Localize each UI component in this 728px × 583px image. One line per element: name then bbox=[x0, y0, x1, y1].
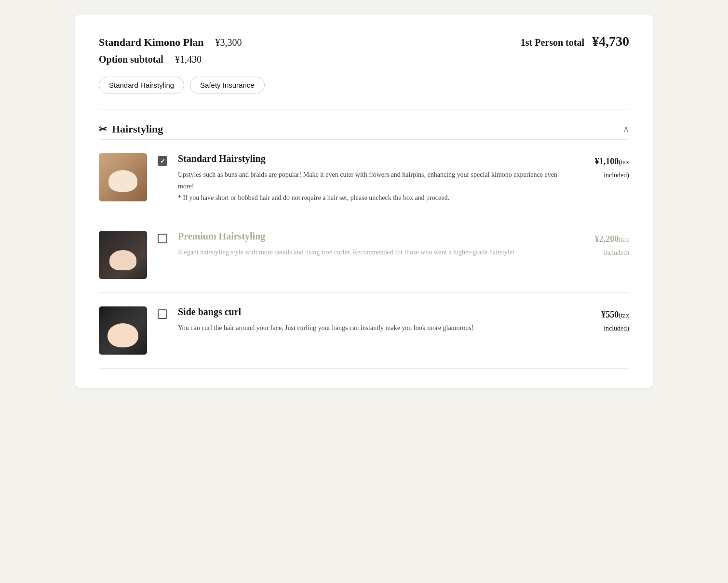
chevron-up-icon[interactable]: ∧ bbox=[623, 124, 629, 134]
item-desc-sidebangs: You can curl the hair around your face. … bbox=[178, 322, 562, 334]
item-side-bangs-curl: Side bangs curl You can curl the hair ar… bbox=[99, 293, 629, 368]
item-standard-hairstyling: Standard Hairstyling Upstyles such as bu… bbox=[99, 140, 629, 217]
item-desc-standard: Upstyles such as buns and braids are pop… bbox=[178, 169, 562, 203]
checkbox-area-sidebangs bbox=[157, 306, 168, 319]
content-standard-hairstyling: Standard Hairstyling Upstyles such as bu… bbox=[178, 153, 562, 203]
item-name-premium: Premium Hairstyling bbox=[178, 231, 562, 242]
plan-name: Standard Kimono Plan bbox=[99, 36, 204, 49]
price-tax-standard: (taxincluded) bbox=[604, 159, 629, 179]
content-premium-hairstyling: Premium Hairstyling Elegant hairstyling … bbox=[178, 231, 562, 258]
plan-info: Standard Kimono Plan ¥3,300 bbox=[99, 36, 242, 49]
option-tags: Standard Hairstyling Safety Insurance bbox=[99, 77, 629, 93]
subtotal-row: Option subtotal ¥1,430 bbox=[99, 54, 629, 65]
total-price: ¥4,730 bbox=[592, 34, 629, 49]
hair-sidebangs-visual bbox=[99, 306, 147, 355]
total-label: 1st Person total bbox=[521, 37, 584, 48]
checkbox-area-standard bbox=[157, 153, 168, 166]
item-price-premium: ¥2,200(taxincluded) bbox=[571, 231, 629, 259]
item-premium-hairstyling: Premium Hairstyling Elegant hairstyling … bbox=[99, 217, 629, 292]
hair-premium-visual bbox=[99, 231, 147, 279]
price-amount-sidebangs: ¥550(taxincluded) bbox=[571, 308, 629, 334]
price-tax-premium: (taxincluded) bbox=[604, 236, 629, 256]
image-premium-hairstyling bbox=[99, 231, 147, 279]
item-price-sidebangs: ¥550(taxincluded) bbox=[571, 306, 629, 334]
checkbox-standard-hairstyling[interactable] bbox=[158, 156, 167, 166]
item-desc-premium: Elegant hairstyling style with more deta… bbox=[178, 247, 562, 258]
divider-3 bbox=[99, 368, 629, 369]
image-side-bangs bbox=[99, 306, 147, 355]
main-divider bbox=[99, 109, 629, 109]
plan-price: ¥3,300 bbox=[216, 37, 242, 48]
checkbox-premium-hairstyling[interactable] bbox=[158, 234, 167, 243]
price-amount-premium: ¥2,200(taxincluded) bbox=[571, 233, 629, 259]
header-section: Standard Kimono Plan ¥3,300 1st Person t… bbox=[99, 34, 629, 49]
items-list: Standard Hairstyling Upstyles such as bu… bbox=[99, 140, 629, 369]
price-tax-sidebangs: (taxincluded) bbox=[604, 312, 629, 332]
main-card: Standard Kimono Plan ¥3,300 1st Person t… bbox=[75, 14, 653, 388]
image-standard-hairstyling bbox=[99, 153, 147, 201]
item-price-standard: ¥1,100(taxincluded) bbox=[571, 153, 629, 181]
price-amount-standard: ¥1,100(taxincluded) bbox=[571, 155, 629, 181]
item-name-standard: Standard Hairstyling bbox=[178, 153, 562, 164]
subtotal-label: Option subtotal bbox=[99, 54, 163, 65]
tag-standard-hairstyling[interactable]: Standard Hairstyling bbox=[99, 77, 184, 93]
total-info: 1st Person total ¥4,730 bbox=[521, 34, 629, 49]
section-title: ✂ Hairstyling bbox=[99, 123, 163, 135]
hair-upstyle-visual bbox=[99, 153, 147, 201]
content-side-bangs: Side bangs curl You can curl the hair ar… bbox=[178, 306, 562, 334]
checkbox-area-premium bbox=[157, 231, 168, 243]
scissors-icon: ✂ bbox=[99, 123, 107, 135]
hairstyling-section-header: ✂ Hairstyling ∧ bbox=[99, 123, 629, 135]
item-name-sidebangs: Side bangs curl bbox=[178, 306, 562, 318]
subtotal-price: ¥1,430 bbox=[175, 54, 202, 65]
checkbox-side-bangs[interactable] bbox=[158, 309, 167, 319]
section-title-text: Hairstyling bbox=[112, 123, 163, 135]
tag-safety-insurance[interactable]: Safety Insurance bbox=[190, 77, 265, 93]
